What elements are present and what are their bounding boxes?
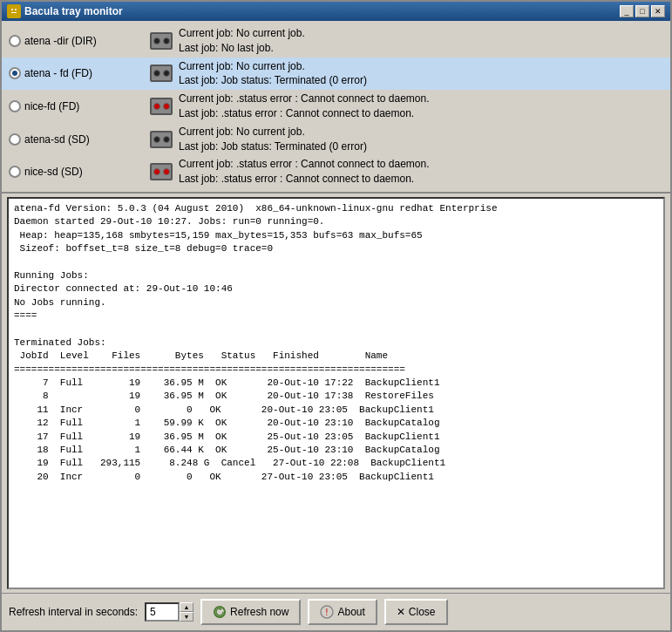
bottom-bar: Refresh interval in seconds: ▲ ▼ Refresh… [2, 593, 670, 630]
close-icon: ✕ [397, 606, 405, 618]
daemon-row[interactable]: atena -dir (DIR) Current job: No current… [2, 24, 670, 58]
refresh-interval-label: Refresh interval in seconds: [9, 606, 138, 618]
daemon-row[interactable]: atena - fd (FD) Current job: No current … [2, 58, 670, 91]
current-job: Current job: .status error : Cannot conn… [179, 157, 429, 172]
tape-reel-right [163, 136, 170, 143]
daemon-status: Current job: No current job. Last job: J… [179, 125, 367, 154]
about-icon: ! [320, 605, 334, 619]
daemon-status: Current job: No current job. Last job: J… [179, 59, 367, 89]
daemon-radio-atena-dir[interactable]: atena -dir (DIR) [9, 35, 144, 47]
tape-reel-right [163, 103, 170, 110]
last-job: Last job: Job status: Terminated (0 erro… [179, 139, 367, 154]
current-job: Current job: No current job. [179, 125, 367, 139]
daemon-row[interactable]: nice-fd (FD) Current job: .status error … [2, 90, 670, 123]
daemon-icon [149, 162, 173, 181]
daemon-status: Current job: .status error : Cannot conn… [179, 157, 429, 187]
last-job: Last job: Job status: Terminated (0 erro… [179, 73, 367, 88]
svg-text:!: ! [326, 608, 329, 617]
daemon-row[interactable]: atena-sd (SD) Current job: No current jo… [2, 123, 670, 156]
maximize-button[interactable]: □ [635, 5, 649, 17]
titlebar: Bacula tray monitor _ □ ✕ [2, 2, 670, 21]
daemon-radio-nice-sd[interactable]: nice-sd (SD) [9, 166, 144, 178]
tape-reel-left [153, 103, 160, 110]
daemon-name: nice-fd (FD) [24, 100, 79, 112]
current-job: Current job: No current job. [179, 26, 305, 41]
refresh-now-button[interactable]: Refresh now [200, 599, 301, 625]
svg-rect-2 [15, 9, 17, 10]
radio-button[interactable] [9, 166, 21, 178]
tape-reel-right [163, 37, 170, 44]
svg-rect-3 [11, 12, 17, 13]
daemon-name: atena-sd (SD) [24, 133, 90, 146]
daemon-name: atena - fd (FD) [24, 67, 92, 79]
last-job: Last job: .status error : Cannot connect… [179, 106, 429, 121]
last-job: Last job: .status error : Cannot connect… [179, 172, 429, 187]
spinner-up-button[interactable]: ▲ [180, 602, 193, 612]
radio-button[interactable] [9, 133, 21, 146]
about-button[interactable]: ! About [308, 599, 377, 625]
daemon-name: nice-sd (SD) [24, 166, 83, 178]
daemon-radio-nice-fd[interactable]: nice-fd (FD) [9, 100, 144, 112]
spinner-down-button[interactable]: ▼ [180, 612, 193, 622]
refresh-spinner[interactable]: ▲ ▼ [145, 602, 193, 622]
daemon-name: atena -dir (DIR) [24, 35, 97, 47]
daemon-icon [149, 97, 173, 116]
daemon-radio-atena-fd[interactable]: atena - fd (FD) [9, 67, 144, 79]
log-content: atena-fd Version: 5.0.3 (04 August 2010)… [9, 199, 663, 487]
window-title: Bacula tray monitor [24, 5, 123, 17]
daemon-icon [149, 31, 173, 51]
minimize-button[interactable]: _ [620, 5, 634, 17]
tape-reel-right [163, 70, 170, 77]
refresh-now-label: Refresh now [230, 606, 288, 618]
about-label: About [337, 606, 364, 618]
tape-reel-left [153, 37, 160, 44]
current-job: Current job: No current job. [179, 59, 367, 74]
refresh-input[interactable] [145, 602, 180, 622]
close-label: Close [409, 606, 436, 618]
daemon-row[interactable]: nice-sd (SD) Current job: .status error … [2, 155, 670, 188]
daemon-icon [149, 64, 173, 83]
daemon-status: Current job: No current job. Last job: N… [179, 26, 305, 56]
titlebar-left: Bacula tray monitor [7, 4, 123, 18]
close-button[interactable]: ✕ Close [384, 599, 448, 625]
radio-button[interactable] [9, 67, 21, 79]
tape-reel-left [153, 168, 160, 175]
daemon-radio-atena-sd[interactable]: atena-sd (SD) [9, 133, 144, 146]
close-button[interactable]: ✕ [651, 5, 665, 17]
tape-reel-left [153, 70, 160, 77]
spinner-buttons: ▲ ▼ [180, 602, 193, 622]
log-area: atena-fd Version: 5.0.3 (04 August 2010)… [7, 197, 665, 589]
main-window: Bacula tray monitor _ □ ✕ atena -dir (DI… [0, 0, 672, 632]
svg-rect-1 [11, 9, 13, 10]
current-job: Current job: .status error : Cannot conn… [179, 92, 429, 106]
tape-reel-left [153, 136, 160, 143]
daemon-list: atena -dir (DIR) Current job: No current… [2, 21, 670, 194]
tape-reel-right [163, 168, 170, 175]
daemon-status: Current job: .status error : Cannot conn… [179, 92, 429, 121]
app-icon [7, 4, 21, 18]
daemon-icon [149, 130, 173, 149]
refresh-icon [213, 605, 227, 619]
svg-rect-0 [10, 7, 18, 16]
window-controls: _ □ ✕ [620, 5, 665, 17]
radio-button[interactable] [9, 100, 21, 112]
radio-button[interactable] [9, 35, 21, 47]
last-job: Last job: No last job. [179, 41, 305, 56]
